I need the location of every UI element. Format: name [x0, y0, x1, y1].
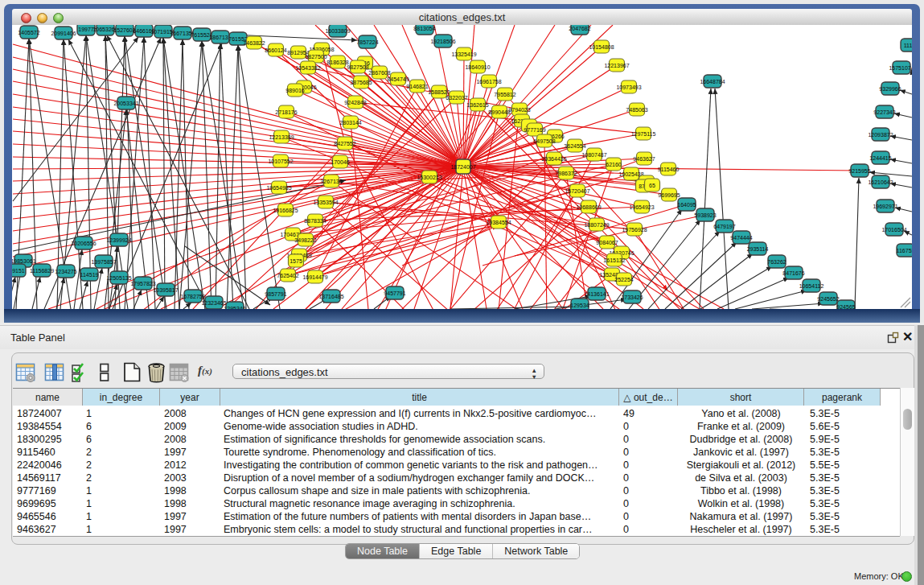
svg-text:7955812: 7955812	[494, 92, 515, 97]
svg-text:9115460: 9115460	[658, 167, 680, 172]
svg-text:9457791: 9457791	[384, 290, 405, 296]
svg-text:9827508: 9827508	[347, 64, 368, 70]
svg-text:12213967: 12213967	[604, 63, 629, 68]
svg-text:10654112: 10654112	[799, 283, 824, 289]
svg-text:13975857: 13975857	[91, 259, 116, 265]
svg-text:9699695: 9699695	[658, 192, 680, 198]
svg-text:3498222: 3498222	[294, 237, 316, 243]
svg-text:7463822: 7463822	[243, 40, 265, 46]
svg-text:1295340: 1295340	[224, 306, 245, 310]
svg-text:3267130: 3267130	[320, 179, 342, 184]
svg-text:6479197: 6479197	[713, 224, 735, 229]
svg-text:18807249: 18807249	[584, 222, 609, 228]
svg-text:1615132: 1615132	[603, 257, 625, 263]
svg-text:19977: 19977	[78, 27, 94, 32]
svg-text:7625402: 7625402	[277, 273, 298, 278]
svg-text:7485063: 7485063	[626, 107, 647, 113]
svg-text:8878334: 8878334	[304, 218, 326, 224]
svg-text:9329966: 9329966	[879, 86, 901, 92]
svg-text:11156829: 11156829	[30, 268, 54, 274]
svg-text:19166825: 19166825	[273, 208, 298, 213]
svg-text:170046: 170046	[331, 159, 349, 165]
svg-text:13716485: 13716485	[318, 294, 343, 299]
svg-text:16961758: 16961758	[476, 79, 501, 84]
svg-text:19218506: 19218506	[430, 39, 455, 44]
svg-text:9463627: 9463627	[633, 156, 655, 162]
svg-text:989016: 989016	[285, 88, 304, 93]
svg-text:3624554: 3624554	[564, 143, 585, 149]
svg-text:17957823: 17957823	[130, 281, 155, 286]
svg-text:20053341: 20053341	[113, 101, 138, 106]
svg-text:12505135: 12505135	[106, 275, 131, 281]
svg-text:8990448: 8990448	[488, 109, 510, 115]
svg-text:114519: 114519	[80, 272, 99, 278]
svg-text:65: 65	[649, 183, 655, 188]
svg-text:13325419: 13325419	[451, 51, 476, 57]
svg-text:19384554: 19384554	[486, 220, 511, 225]
svg-text:9215955: 9215955	[848, 168, 870, 174]
svg-text:2935114: 2935114	[747, 246, 769, 252]
svg-text:1575: 1575	[290, 258, 302, 264]
svg-text:10107552: 10107552	[268, 159, 293, 164]
svg-text:6322037: 6322037	[446, 95, 467, 101]
svg-text:39151: 39151	[12, 268, 25, 274]
svg-text:2867608: 2867608	[368, 70, 390, 76]
svg-text:9474444: 9474444	[730, 235, 752, 241]
svg-text:19692971: 19692971	[873, 204, 897, 209]
svg-text:18724007: 18724007	[450, 164, 475, 170]
svg-text:62160: 62160	[606, 162, 622, 167]
svg-text:17016504: 17016504	[881, 227, 906, 233]
svg-text:8813054: 8813054	[413, 26, 435, 31]
svg-text:12399924: 12399924	[106, 237, 131, 243]
svg-text:19756928: 19756928	[622, 227, 647, 233]
svg-text:10395817: 10395817	[153, 287, 178, 293]
svg-text:10973493: 10973493	[616, 84, 641, 90]
svg-text:19654923: 19654923	[629, 204, 654, 210]
svg-text:18640910: 18640910	[465, 64, 490, 70]
svg-text:20991406: 20991406	[51, 31, 76, 36]
svg-text:2803144: 2803144	[339, 120, 361, 126]
svg-text:1405572: 1405572	[18, 30, 39, 35]
svg-text:9245652: 9245652	[817, 296, 839, 302]
svg-text:164095: 164095	[677, 202, 696, 208]
svg-text:8186328: 8186328	[326, 60, 348, 65]
svg-text:763262: 763262	[767, 259, 786, 265]
svg-text:116753: 116753	[897, 248, 912, 253]
svg-text:19853061: 19853061	[12, 258, 36, 264]
svg-text:2718176: 2718176	[275, 109, 297, 115]
svg-text:19654985: 19654985	[266, 185, 291, 191]
svg-text:924565: 924565	[836, 304, 855, 310]
svg-text:6497508: 6497508	[533, 138, 555, 144]
svg-text:8660124: 8660124	[265, 47, 286, 53]
svg-text:9242848: 9242848	[344, 100, 366, 105]
svg-text:12975115: 12975115	[631, 131, 656, 137]
svg-text:15751074: 15751074	[889, 65, 912, 71]
svg-text:12093872: 12093872	[868, 132, 893, 138]
svg-text:8471676: 8471676	[782, 270, 804, 276]
svg-text:2047682: 2047682	[569, 26, 590, 31]
svg-text:13353594: 13353594	[313, 200, 338, 205]
svg-text:9227343: 9227343	[873, 109, 895, 115]
svg-text:9827500: 9827500	[305, 54, 326, 60]
svg-text:9794023: 9794023	[508, 107, 530, 113]
svg-text:1588520: 1588520	[428, 89, 450, 95]
svg-text:7857224: 7857224	[356, 39, 378, 45]
svg-text:129534: 129534	[570, 303, 589, 308]
svg-text:1244415: 1244415	[869, 155, 891, 161]
svg-text:10807487: 10807487	[581, 152, 606, 158]
svg-text:8454749: 8454749	[387, 76, 409, 82]
svg-text:1117: 1117	[904, 43, 912, 48]
svg-text:16914479: 16914479	[302, 274, 327, 280]
svg-text:15720407: 15720407	[565, 188, 589, 194]
svg-text:7986372: 7986372	[555, 171, 577, 176]
svg-text:12323465: 12323465	[201, 300, 226, 306]
svg-text:16210643: 16210643	[868, 179, 893, 185]
svg-text:10688609: 10688609	[576, 204, 601, 210]
svg-text:10154808: 10154808	[589, 44, 614, 50]
svg-text:1733426: 1733426	[621, 295, 643, 300]
svg-text:9857791: 9857791	[265, 291, 286, 297]
svg-text:15300213: 15300213	[417, 175, 441, 180]
svg-text:8427552: 8427552	[334, 141, 355, 146]
svg-text:16782759: 16782759	[180, 294, 205, 299]
svg-text:3875685: 3875685	[350, 80, 372, 85]
